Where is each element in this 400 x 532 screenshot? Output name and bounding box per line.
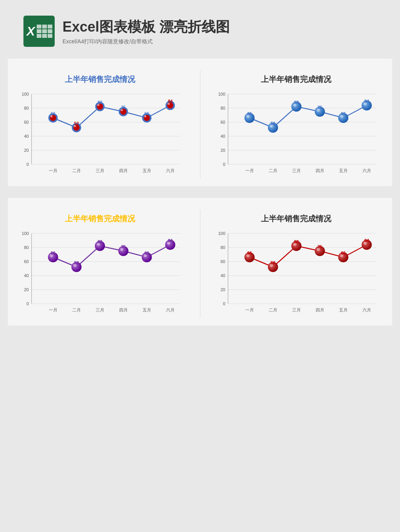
svg-text:0: 0	[27, 162, 29, 167]
svg-text:80: 80	[24, 106, 29, 110]
chart-svg-2-left: 100 80 60 40 20 0 一月	[16, 228, 184, 314]
svg-text:0: 0	[223, 301, 225, 306]
page-subtitle: Excel/A4打印/内容随意修改/自带格式	[62, 38, 230, 45]
chart-title-1-right: 上半年销售完成情况	[212, 74, 381, 85]
chart-1-right: 上半年销售完成情况 100 80 60 40 20 0	[212, 70, 385, 178]
svg-text:80: 80	[220, 245, 225, 250]
svg-text:100: 100	[218, 92, 225, 96]
svg-text:100: 100	[21, 92, 29, 96]
svg-text:75: 75	[121, 105, 126, 110]
svg-text:五月: 五月	[339, 308, 347, 312]
svg-text:20: 20	[24, 287, 29, 292]
svg-text:66: 66	[247, 111, 252, 116]
excel-grid-icon	[37, 25, 52, 38]
svg-text:40: 40	[220, 134, 225, 139]
svg-text:六月: 六月	[166, 308, 175, 312]
excel-x-letter: X	[27, 24, 35, 39]
svg-text:20: 20	[220, 148, 225, 153]
chart-svg-2-right: 100 80 60 40 20 0 一月	[212, 228, 381, 314]
svg-text:75: 75	[121, 244, 126, 249]
svg-text:二月: 二月	[72, 308, 81, 312]
svg-text:84: 84	[168, 99, 173, 103]
svg-text:六月: 六月	[362, 308, 371, 312]
svg-text:一月: 一月	[245, 308, 254, 312]
svg-text:66: 66	[341, 251, 345, 255]
svg-text:75: 75	[317, 244, 322, 249]
svg-text:75: 75	[317, 105, 322, 110]
svg-text:60: 60	[24, 259, 29, 264]
page-title: Excel图表模板 漂亮折线图	[62, 18, 230, 37]
chart-area-2-left: 100 80 60 40 20 0 一月	[16, 228, 184, 314]
svg-text:66: 66	[145, 251, 149, 255]
header: X Excel图表模板 漂亮折线图 Excel/A4打印/内容随意修改/自带格式	[8, 8, 392, 59]
svg-text:80: 80	[220, 106, 225, 110]
svg-text:82: 82	[294, 239, 298, 244]
chart-area-1-left: 100 80 60 40 20 0	[16, 89, 184, 174]
svg-text:40: 40	[24, 273, 29, 278]
svg-text:六月: 六月	[362, 168, 371, 173]
divider-1	[200, 70, 200, 178]
svg-text:100: 100	[21, 231, 29, 236]
chart-title-1-left: 上半年销售完成情况	[16, 74, 184, 85]
chart-area-2-right: 100 80 60 40 20 0 一月	[212, 228, 381, 314]
svg-text:84: 84	[364, 99, 369, 103]
chart-svg-1-right: 100 80 60 40 20 0 一月	[212, 89, 381, 174]
svg-text:四月: 四月	[119, 168, 128, 173]
svg-text:84: 84	[364, 238, 369, 243]
svg-text:20: 20	[220, 287, 225, 292]
svg-text:100: 100	[218, 231, 225, 236]
chart-2-left: 上半年销售完成情况 100 80 60 40 20 0	[16, 210, 188, 318]
svg-text:一月: 一月	[49, 168, 57, 173]
svg-text:66: 66	[51, 251, 55, 255]
svg-text:20: 20	[24, 148, 29, 153]
svg-text:五月: 五月	[143, 308, 151, 312]
svg-text:52: 52	[270, 121, 275, 126]
svg-text:82: 82	[98, 100, 102, 105]
svg-text:66: 66	[145, 111, 149, 116]
svg-text:60: 60	[220, 120, 225, 125]
svg-text:66: 66	[51, 111, 55, 116]
svg-text:一月: 一月	[49, 308, 57, 312]
charts-row-1: 上半年销售完成情况 100 80 60 40 20 0	[16, 70, 384, 178]
svg-text:60: 60	[220, 259, 225, 264]
svg-text:四月: 四月	[119, 308, 128, 312]
svg-text:三月: 三月	[96, 308, 104, 312]
svg-text:四月: 四月	[315, 308, 324, 312]
header-text: Excel图表模板 漂亮折线图 Excel/A4打印/内容随意修改/自带格式	[62, 18, 230, 45]
svg-text:0: 0	[27, 301, 29, 306]
svg-text:三月: 三月	[292, 168, 300, 173]
svg-text:52: 52	[74, 260, 79, 265]
chart-area-1-right: 100 80 60 40 20 0 一月	[212, 89, 381, 174]
chart-title-2-left: 上半年销售完成情况	[16, 214, 184, 224]
svg-text:三月: 三月	[96, 168, 104, 173]
svg-text:52: 52	[270, 260, 275, 265]
charts-row-2: 上半年销售完成情况 100 80 60 40 20 0	[16, 210, 384, 318]
svg-text:六月: 六月	[166, 168, 175, 173]
svg-text:二月: 二月	[72, 168, 81, 173]
svg-text:0: 0	[223, 162, 225, 167]
svg-text:五月: 五月	[143, 168, 151, 173]
svg-text:82: 82	[98, 239, 102, 244]
svg-text:三月: 三月	[292, 308, 300, 312]
svg-text:80: 80	[24, 245, 29, 250]
svg-text:66: 66	[247, 251, 252, 255]
svg-text:40: 40	[24, 134, 29, 139]
chart-1-left: 上半年销售完成情况 100 80 60 40 20 0	[16, 70, 188, 178]
chart-2-right: 上半年销售完成情况 100 80 60 40 20 0	[212, 210, 385, 318]
svg-text:二月: 二月	[268, 168, 277, 173]
card-1: 上半年销售完成情况 100 80 60 40 20 0	[8, 59, 392, 186]
svg-text:84: 84	[168, 238, 173, 243]
svg-text:82: 82	[294, 100, 298, 105]
svg-text:60: 60	[24, 120, 29, 125]
card-2: 上半年销售完成情况 100 80 60 40 20 0	[8, 198, 392, 326]
svg-text:四月: 四月	[315, 168, 324, 173]
svg-text:66: 66	[341, 111, 345, 116]
svg-text:52: 52	[74, 121, 79, 126]
excel-logo: X	[23, 16, 55, 47]
svg-text:五月: 五月	[339, 168, 347, 173]
chart-svg-1-left: 100 80 60 40 20 0	[16, 89, 184, 174]
divider-2	[200, 210, 200, 318]
svg-text:40: 40	[220, 273, 225, 278]
chart-title-2-right: 上半年销售完成情况	[212, 214, 381, 224]
svg-text:一月: 一月	[245, 168, 254, 173]
